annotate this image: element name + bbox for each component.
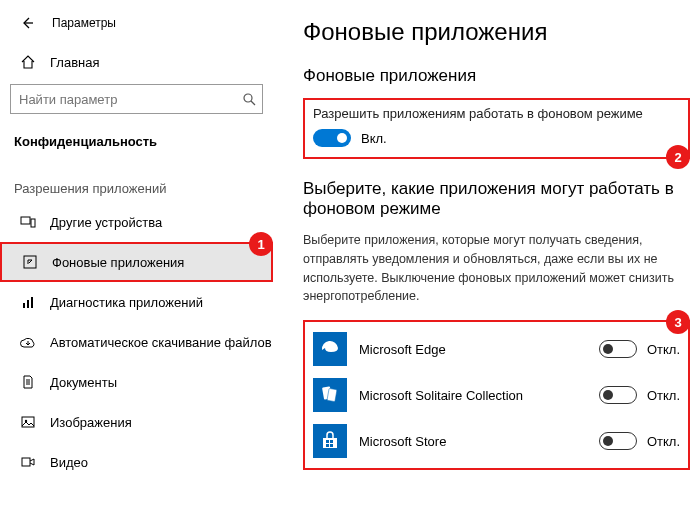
sidebar-home-label: Главная (50, 55, 99, 70)
sidebar-home[interactable]: Главная (0, 42, 273, 82)
sidebar-item-background-apps[interactable]: Фоновые приложения 1 (0, 242, 273, 282)
svg-rect-16 (330, 444, 333, 447)
svg-point-0 (244, 94, 252, 102)
choose-description: Выберите приложения, которые могут получ… (303, 231, 690, 306)
document-icon (20, 374, 36, 390)
svg-rect-5 (27, 300, 29, 308)
sidebar-item-label: Фоновые приложения (52, 255, 184, 270)
home-icon (20, 54, 36, 70)
app-list: 3 Microsoft Edge Откл. Microsoft Solitai… (303, 320, 690, 470)
svg-rect-2 (31, 219, 35, 227)
app-name: Microsoft Solitaire Collection (359, 388, 587, 403)
search-input[interactable] (19, 92, 242, 107)
svg-rect-11 (327, 388, 337, 401)
solitaire-icon (313, 378, 347, 412)
svg-rect-14 (330, 440, 333, 443)
app-name: Microsoft Edge (359, 342, 587, 357)
sidebar: Параметры Главная Конфиденциальность Раз… (0, 0, 273, 518)
image-icon (20, 414, 36, 430)
sidebar-item-label: Видео (50, 455, 88, 470)
page-title: Фоновые приложения (303, 18, 690, 46)
sidebar-item-auto-download[interactable]: Автоматическое скачивание файлов (0, 322, 273, 362)
allow-bg-label: Разрешить приложениям работать в фоновом… (313, 106, 680, 121)
svg-rect-6 (31, 297, 33, 308)
section-heading-bgapps: Фоновые приложения (303, 66, 690, 86)
sidebar-item-label: Диагностика приложений (50, 295, 203, 310)
app-toggle-store[interactable] (599, 432, 637, 450)
svg-rect-7 (22, 417, 34, 427)
search-box[interactable] (10, 84, 263, 114)
background-icon (22, 254, 38, 270)
app-row-store: Microsoft Store Откл. (311, 418, 682, 464)
sidebar-item-diagnostics[interactable]: Диагностика приложений (0, 282, 273, 322)
app-row-solitaire: Microsoft Solitaire Collection Откл. (311, 372, 682, 418)
edge-icon (313, 332, 347, 366)
svg-rect-15 (326, 444, 329, 447)
annotation-badge-3: 3 (666, 310, 690, 334)
sidebar-nav: Другие устройства Фоновые приложения 1 Д… (0, 202, 273, 482)
sidebar-item-documents[interactable]: Документы (0, 362, 273, 402)
section-heading-choose: Выберите, какие приложения могут работат… (303, 179, 690, 219)
diagnostics-icon (20, 294, 36, 310)
svg-rect-4 (23, 303, 25, 308)
sidebar-section-privacy: Конфиденциальность (0, 124, 273, 161)
app-toggle-state: Откл. (647, 388, 680, 403)
main-content: Фоновые приложения Фоновые приложения Ра… (273, 0, 700, 518)
app-toggle-state: Откл. (647, 434, 680, 449)
devices-icon (20, 214, 36, 230)
store-icon (313, 424, 347, 458)
sidebar-section-permissions: Разрешения приложений (0, 161, 273, 202)
sidebar-item-video[interactable]: Видео (0, 442, 273, 482)
app-toggle-edge[interactable] (599, 340, 637, 358)
settings-window: Параметры Главная Конфиденциальность Раз… (0, 0, 700, 518)
sidebar-item-other-devices[interactable]: Другие устройства (0, 202, 273, 242)
window-title: Параметры (52, 16, 116, 30)
app-name: Microsoft Store (359, 434, 587, 449)
download-icon (20, 334, 36, 350)
sidebar-item-label: Документы (50, 375, 117, 390)
sidebar-item-label: Другие устройства (50, 215, 162, 230)
sidebar-item-label: Изображения (50, 415, 132, 430)
search-icon (242, 92, 256, 106)
app-toggle-solitaire[interactable] (599, 386, 637, 404)
allow-bg-toggle[interactable] (313, 129, 351, 147)
annotation-badge-1: 1 (249, 232, 273, 256)
allow-bg-state: Вкл. (361, 131, 387, 146)
allow-bg-section: Разрешить приложениям работать в фоновом… (303, 98, 690, 159)
svg-rect-9 (22, 458, 30, 466)
app-toggle-state: Откл. (647, 342, 680, 357)
allow-bg-toggle-row: Вкл. (313, 129, 680, 147)
video-icon (20, 454, 36, 470)
svg-rect-1 (21, 217, 30, 224)
annotation-badge-2: 2 (666, 145, 690, 169)
sidebar-item-images[interactable]: Изображения (0, 402, 273, 442)
window-topbar: Параметры (0, 8, 273, 42)
svg-rect-13 (326, 440, 329, 443)
sidebar-item-label: Автоматическое скачивание файлов (50, 335, 272, 350)
app-row-edge: Microsoft Edge Откл. (311, 326, 682, 372)
back-icon[interactable] (20, 16, 34, 30)
